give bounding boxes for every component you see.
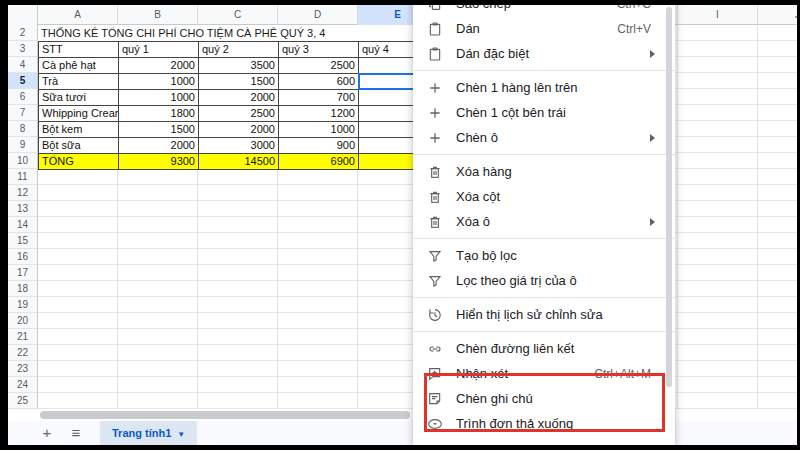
- title-cell[interactable]: THỐNG KÊ TỔNG CHI PHÍ CHO TIỆM CÀ PHÊ QU…: [38, 25, 438, 41]
- cell[interactable]: 1000: [279, 122, 359, 138]
- cell[interactable]: 6900: [279, 154, 359, 170]
- row-header-13[interactable]: 13: [8, 201, 38, 217]
- row-header-25[interactable]: 25: [8, 393, 38, 409]
- cell[interactable]: 2500: [279, 58, 359, 74]
- table-row: Bột sữa20003000900: [39, 138, 439, 154]
- menu-item[interactable]: Chèn 1 hàng lên trên: [413, 75, 675, 100]
- cell[interactable]: 14500: [199, 154, 279, 170]
- menu-item[interactable]: Trình đơn thả xuống: [413, 411, 675, 436]
- column-header-B[interactable]: B: [118, 5, 198, 25]
- cell[interactable]: 3000: [199, 138, 279, 154]
- menu-item-label: Chèn 1 cột bên trái: [456, 105, 675, 120]
- cell[interactable]: Cà phê hạt: [39, 58, 119, 74]
- cell[interactable]: 1500: [119, 122, 199, 138]
- row-header-19[interactable]: 19: [8, 297, 38, 313]
- row-header-15[interactable]: 15: [8, 233, 38, 249]
- menu-item[interactable]: Tạo bộ lọc: [413, 243, 675, 268]
- cell[interactable]: Trà: [39, 74, 119, 90]
- cell[interactable]: TỔNG: [39, 154, 119, 170]
- menu-item[interactable]: Nhận xétCtrl+Alt+M: [413, 361, 675, 386]
- submenu-arrow-icon: [650, 134, 655, 142]
- menu-item[interactable]: Sao chépCtrl+C: [413, 5, 675, 16]
- menu-item-shortcut: Ctrl+Alt+M: [594, 367, 651, 381]
- cell[interactable]: 600: [279, 74, 359, 90]
- cell[interactable]: 1000: [119, 90, 199, 106]
- menu-item-label: Lọc theo giá trị của ô: [456, 273, 675, 288]
- menu-item[interactable]: Lọc theo giá trị của ô: [413, 268, 675, 293]
- column-header-D[interactable]: D: [278, 5, 358, 25]
- cell[interactable]: Bột kem: [39, 122, 119, 138]
- menu-item[interactable]: Xóa ô: [413, 209, 675, 234]
- cell[interactable]: quý 1: [119, 42, 199, 58]
- menu-item[interactable]: Xóa hàng: [413, 159, 675, 184]
- row-header-3[interactable]: 3: [8, 41, 38, 57]
- plus-icon: [427, 105, 443, 121]
- cell[interactable]: 900: [279, 138, 359, 154]
- context-menu-scrollbar[interactable]: [666, 7, 672, 387]
- column-header-C[interactable]: C: [198, 5, 278, 25]
- cell[interactable]: Bột sữa: [39, 138, 119, 154]
- row-header-2[interactable]: 2: [8, 25, 38, 41]
- cell[interactable]: STT: [39, 42, 119, 58]
- column-header-A[interactable]: A: [38, 5, 118, 25]
- menu-item-label: Xóa hàng: [456, 164, 675, 179]
- row-header-14[interactable]: 14: [8, 217, 38, 233]
- copy-icon: [427, 5, 443, 12]
- column-header-I[interactable]: I: [678, 5, 758, 25]
- cell[interactable]: 1200: [279, 106, 359, 122]
- row-header-23[interactable]: 23: [8, 361, 38, 377]
- row-header-9[interactable]: 9: [8, 137, 38, 153]
- row-header-17[interactable]: 17: [8, 265, 38, 281]
- row-header-21[interactable]: 21: [8, 329, 38, 345]
- menu-item[interactable]: Chèn ghi chú: [413, 386, 675, 411]
- row-header-16[interactable]: 16: [8, 249, 38, 265]
- select-all-corner[interactable]: [8, 5, 38, 25]
- row-header-24[interactable]: 24: [8, 377, 38, 393]
- menu-item[interactable]: Dán đặc biệt: [413, 41, 675, 66]
- menu-item[interactable]: Chèn 1 cột bên trái: [413, 100, 675, 125]
- sheet-tab-caret-icon[interactable]: ▼: [177, 430, 185, 439]
- cell[interactable]: 2000: [199, 90, 279, 106]
- cell[interactable]: 2000: [199, 122, 279, 138]
- row-header-22[interactable]: 22: [8, 345, 38, 361]
- cell[interactable]: 2000: [119, 138, 199, 154]
- row-header-12[interactable]: 12: [8, 185, 38, 201]
- cell[interactable]: quý 3: [279, 42, 359, 58]
- row-header-11[interactable]: 11: [8, 169, 38, 185]
- cell[interactable]: 3500: [199, 58, 279, 74]
- column-header-J[interactable]: J: [758, 5, 797, 25]
- menu-item-label: Tạo bộ lọc: [456, 248, 675, 263]
- row-header-10[interactable]: 10: [8, 153, 38, 169]
- sheet-tab-bar: + ≡ Trang tính1▼: [8, 421, 797, 445]
- sheet-tab[interactable]: Trang tính1▼: [100, 421, 197, 445]
- menu-item-label: Dán: [456, 21, 617, 36]
- cell[interactable]: 700: [279, 90, 359, 106]
- row-header-7[interactable]: 7: [8, 105, 38, 121]
- row-header-5[interactable]: 5: [8, 73, 38, 89]
- menu-item-label: Trình đơn thả xuống: [456, 416, 675, 431]
- cell[interactable]: 9300: [119, 154, 199, 170]
- cell[interactable]: Sữa tươi: [39, 90, 119, 106]
- all-sheets-menu-button[interactable]: ≡: [65, 421, 87, 445]
- menu-item[interactable]: DánCtrl+V: [413, 16, 675, 41]
- cell[interactable]: quý 2: [199, 42, 279, 58]
- row-header-8[interactable]: 8: [8, 121, 38, 137]
- cell[interactable]: 1500: [199, 74, 279, 90]
- cell[interactable]: Whipping Cream: [39, 106, 119, 122]
- menu-item[interactable]: Hiển thị lịch sử chỉnh sửa: [413, 302, 675, 327]
- horizontal-scrollbar[interactable]: [40, 411, 410, 419]
- row-header-6[interactable]: 6: [8, 89, 38, 105]
- table-row: Bột kem150020001000: [39, 122, 439, 138]
- cell[interactable]: 1000: [119, 74, 199, 90]
- row-header-18[interactable]: 18: [8, 281, 38, 297]
- row-header-4[interactable]: 4: [8, 57, 38, 73]
- row-header-20[interactable]: 20: [8, 313, 38, 329]
- menu-item-shortcut: Ctrl+C: [617, 5, 651, 11]
- cell[interactable]: 1800: [119, 106, 199, 122]
- menu-item[interactable]: Chèn đường liên kết: [413, 336, 675, 361]
- add-sheet-button[interactable]: +: [36, 421, 58, 445]
- menu-item[interactable]: Xóa cột: [413, 184, 675, 209]
- cell[interactable]: 2500: [199, 106, 279, 122]
- menu-item[interactable]: Chèn ô: [413, 125, 675, 150]
- cell[interactable]: 2000: [119, 58, 199, 74]
